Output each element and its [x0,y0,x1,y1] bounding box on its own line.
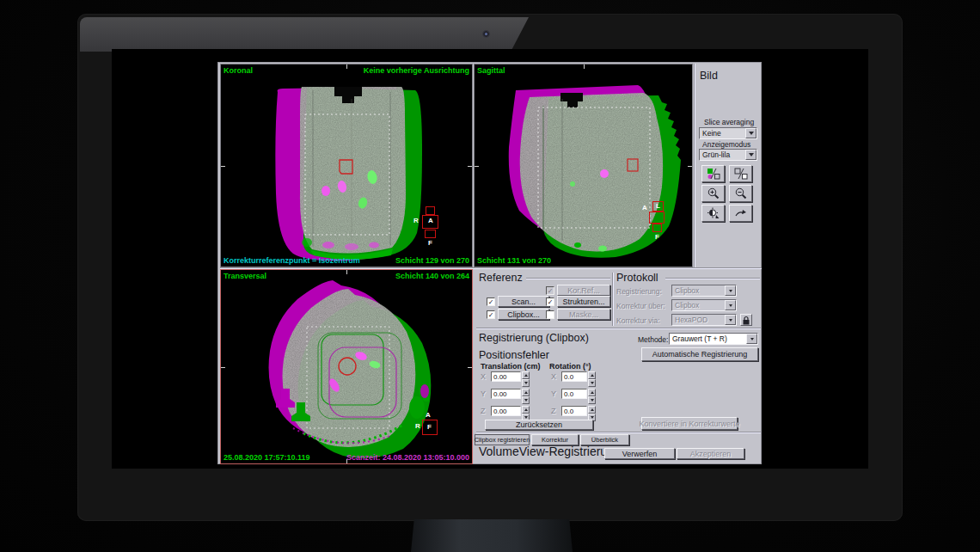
maske-checkbox[interactable] [546,310,554,319]
rotation-x-field[interactable]: 0.0 [561,371,587,382]
group-divider [612,273,613,326]
viewport-title: Transversal [224,272,266,280]
rotation-z-stepper[interactable] [588,406,596,416]
chevron-down-icon[interactable] [746,334,757,344]
registrierung-label: Registrierung: [616,287,662,296]
maske-button[interactable]: Maske... [557,309,610,320]
zoom-out-icon [734,187,748,199]
tick-right [468,367,472,368]
blend-overlay-button[interactable] [701,165,725,182]
webcam-icon [482,30,490,38]
rotation-y-field[interactable]: 0.0 [561,389,587,399]
reset-button[interactable]: Zurücksetzen [485,420,593,430]
clipbox-checkbox[interactable]: ✓ [487,310,495,319]
translation-z-field[interactable]: 0.00 [491,406,521,416]
chevron-down-icon[interactable] [745,128,756,138]
tick-top [346,64,347,69]
referenz-title: Referenz [479,272,523,284]
chevron-down-icon [725,300,736,310]
korref-button[interactable]: Kor.Ref... [557,285,610,296]
orientation-marker: A L F [642,201,673,242]
slice-counter: Schicht 129 von 270 [395,256,469,265]
korrektur-ueber-select[interactable]: Clipbox [671,299,737,311]
rotation-x-stepper[interactable] [588,371,596,382]
axis-x-label: X [551,372,556,381]
monitor-stand [411,519,573,552]
convert-to-correction-button[interactable]: Konvertiere in Korrekturwerte [641,417,738,430]
clipbox-button[interactable]: Clipbox... [498,309,549,320]
chevron-down-icon[interactable] [745,150,756,160]
scan-time: Scanzeit: 24.08.2020 13:05:10.000 [346,453,469,462]
contrast-button[interactable] [701,205,725,222]
tick-left [221,166,225,167]
axis-z-label: Z [551,407,556,415]
korrektur-via-select[interactable]: HexaPOD [671,314,737,326]
korref-checkbox[interactable]: ✓ [546,286,554,295]
chevron-down-icon [725,315,736,325]
monitor-bezel: Koronal Keine vorherige Ausrichtung Korr… [77,14,903,521]
scan-checkbox[interactable]: ✓ [487,297,495,306]
registrierung-section-title: Registrierung (Clipbox) [479,332,589,344]
translation-z-stepper[interactable] [522,406,530,416]
discard-button[interactable]: Verwerfen [604,448,675,459]
alignment-status: Keine vorherige Ausrichtung [364,66,469,75]
zoom-in-button[interactable] [701,185,725,202]
section-divider [476,432,761,432]
strukturen-checkbox[interactable]: ✓ [546,297,554,306]
auto-registration-button[interactable]: Automatische Registrierung [641,347,758,361]
tick-top [346,270,347,274]
split-view-icon [734,168,748,180]
translation-label: Translation (cm) [481,362,541,371]
scan-button[interactable]: Scan... [498,296,549,307]
screen: Koronal Keine vorherige Ausrichtung Korr… [112,49,868,469]
translation-y-field[interactable]: 0.00 [491,389,521,399]
group-line [526,278,610,279]
pan-icon [734,207,748,219]
panel-divider [694,64,695,268]
slice-averaging-select[interactable]: Keine [699,127,757,139]
timestamp: 25.08.2020 17:57:10.119 [224,453,310,462]
protokoll-title: Protokoll [616,272,658,284]
methode-label: Methode: [638,335,668,344]
tick-left [221,367,225,368]
panel-divider [220,267,762,268]
registrierung-select[interactable]: Clipbox [671,285,737,297]
rotation-label: Rotation (°) [549,362,591,371]
rotation-y-stepper[interactable] [588,389,596,399]
tick-left [475,166,479,167]
zoom-out-button[interactable] [729,185,752,202]
orientation-marker: A R F [415,412,444,441]
display-mode-label: Anzeigemodus [702,140,750,149]
lock-button[interactable] [740,314,752,326]
korrektur-via-label: Korrektur via: [616,316,660,325]
strukturen-button[interactable]: Strukturen... [557,296,610,307]
bezel-highlight [80,17,529,52]
correction-reference-status: Korrekturreferenzpunkt = Isozentrum [224,256,360,265]
blend-overlay-icon [707,168,720,180]
group-line [665,278,760,279]
accept-button[interactable]: Akzeptieren [677,448,744,459]
zoom-in-icon [707,187,720,199]
rotation-z-field[interactable]: 0.0 [561,406,587,416]
translation-x-field[interactable]: 0.00 [491,371,521,382]
translation-y-stepper[interactable] [522,389,530,399]
display-mode-select[interactable]: Grün-lila [699,149,757,161]
methode-select[interactable]: Grauwert (T + R) [669,333,758,345]
section-divider [476,328,761,328]
orientation-marker: R A F [413,206,448,248]
chevron-down-icon [725,285,736,296]
korrektur-ueber-label: Korrektur über: [616,302,665,310]
translation-x-stepper[interactable] [522,371,530,382]
axis-y-label: Y [481,389,486,398]
registration-window: Koronal Keine vorherige Ausrichtung Korr… [217,62,762,464]
viewport-transversal[interactable]: Transversal Schicht 140 von 264 25.08.20… [220,269,473,464]
slice-counter: Schicht 131 von 270 [477,256,551,265]
background: Koronal Keine vorherige Ausrichtung Korr… [0,0,980,552]
viewport-koronal[interactable]: Koronal Keine vorherige Ausrichtung Korr… [220,64,473,267]
slice-counter: Schicht 140 von 264 [395,272,469,280]
contrast-icon [707,207,720,219]
slice-averaging-label: Slice averaging [704,118,754,126]
viewport-sagittal[interactable]: Sagittal Schicht 131 von 270 A L F [474,64,693,267]
pan-button[interactable] [729,205,752,222]
split-view-button[interactable] [729,165,752,182]
